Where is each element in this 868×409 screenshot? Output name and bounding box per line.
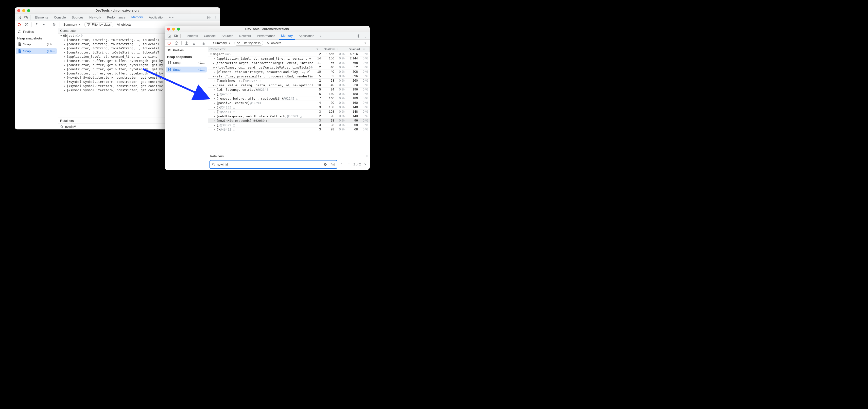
table-row[interactable]: ▼Object×45 2 1 556 0 % 6 616 0 %	[208, 52, 370, 56]
sidebar-item-snapshot[interactable]: Snap… (1.…	[166, 66, 207, 72]
chevron-down-icon[interactable]: ▼	[362, 40, 368, 46]
tab-network[interactable]: Network	[87, 14, 104, 21]
filter-chip[interactable]: Filter by class	[84, 22, 113, 27]
tab-performance[interactable]: Performance	[254, 32, 278, 40]
search-icon	[212, 163, 215, 166]
sidebar-item-snapshot[interactable]: Snap… (1.…	[166, 60, 207, 65]
cell-rp: 0 %	[359, 110, 370, 114]
object-count: ×140	[75, 34, 83, 37]
cell-dist: 7	[314, 96, 322, 100]
close-search-icon[interactable]: ✕	[362, 162, 368, 167]
column-header-distance[interactable]: Di…	[314, 47, 322, 52]
kebab-icon[interactable]: ⋮	[213, 14, 219, 21]
maximize-icon[interactable]	[27, 9, 30, 12]
titlebar: DevTools - chrome://version/	[15, 7, 220, 14]
next-match-icon[interactable]: ˅	[346, 162, 352, 167]
sidebar-item-size: (1.6…	[47, 42, 55, 46]
table-row[interactable]: ▶{loadTimes, csi, send, getVariableValue…	[208, 65, 370, 70]
close-icon[interactable]	[17, 9, 20, 12]
record-button[interactable]	[16, 22, 22, 28]
tab-console[interactable]: Console	[202, 32, 218, 40]
upload-icon[interactable]	[184, 40, 189, 46]
profiles-header[interactable]: Profiles	[15, 28, 58, 35]
tab-memory[interactable]: Memory	[279, 32, 295, 40]
row-text: {constructor, toString, toDateString, …,…	[66, 46, 159, 50]
minimize-icon[interactable]	[172, 28, 175, 31]
table-row[interactable]: ▶{nowInMicroseconds} @62039 ▢3280 %960 %	[208, 119, 370, 123]
view-dropdown[interactable]: Summary▼	[211, 41, 232, 46]
main-panel: Constructor Di… Shallow Si… Retained…▼ ▼…	[208, 47, 370, 170]
table-row[interactable]: ▶{loadTimes, csi} @49707 ▢2280 %2600 %	[208, 79, 370, 83]
grip-icon[interactable]: ≡	[366, 154, 368, 158]
inspect-icon[interactable]	[16, 14, 22, 21]
overflow-icon[interactable]: »	[168, 14, 174, 21]
gear-icon[interactable]	[355, 33, 361, 39]
profiles-header[interactable]: Profiles	[165, 47, 208, 54]
table-row[interactable]: ▶{remove, before, after, replaceWith} @6…	[208, 96, 370, 101]
table-row[interactable]: ▶{} @46455 ▢3280 %680 %	[208, 127, 370, 132]
match-case-toggle[interactable]: Aa	[330, 163, 335, 166]
table-row[interactable]: ▶{} @38399 ▢3280 %680 %	[208, 123, 370, 127]
minimize-icon[interactable]	[22, 9, 25, 12]
tab-performance[interactable]: Performance	[104, 14, 128, 21]
table-row[interactable]: ▶{} @34253 ▢31080 %1480 %	[208, 105, 370, 110]
table-row[interactable]: ▶{} @4266351400 %1800 %	[208, 92, 370, 96]
table-row[interactable]: ▶{webUIResponse, webUIListenerCallback} …	[208, 114, 370, 119]
gc-icon[interactable]	[201, 40, 207, 46]
clear-search-icon[interactable]	[322, 162, 328, 167]
panel-tabs: Elements Console Sources Network Perform…	[15, 14, 220, 21]
inspect-icon[interactable]	[166, 33, 172, 39]
table-row[interactable]: ▶{id, latency, entries} @623455240 %1960…	[208, 88, 370, 92]
tab-application[interactable]: Application	[296, 32, 317, 40]
filter-chip[interactable]: Filter by class	[234, 41, 263, 46]
gc-icon[interactable]	[51, 22, 57, 28]
column-header-shallow[interactable]: Shallow Si…	[322, 47, 346, 52]
gear-icon[interactable]	[206, 14, 212, 21]
column-header-constructor[interactable]: Constructor	[208, 47, 314, 52]
maximize-icon[interactable]	[177, 28, 180, 31]
cell-sp: 0 %	[336, 101, 346, 105]
tab-console[interactable]: Console	[52, 14, 68, 21]
sidebar-item-snapshot[interactable]: Snap… (1.6…	[16, 48, 57, 54]
kebab-icon[interactable]: ⋮	[362, 33, 368, 39]
tab-elements[interactable]: Elements	[32, 14, 51, 21]
table-row[interactable]: ▶{interactionTarget, interactionTargetEl…	[208, 61, 370, 65]
overflow-icon[interactable]: »	[318, 33, 323, 39]
sidebar-item-snapshot[interactable]: Snap… (1.6…	[16, 41, 57, 47]
tab-memory[interactable]: Memory	[129, 14, 146, 21]
objects-dropdown[interactable]: All objects	[265, 41, 283, 46]
tab-sources[interactable]: Sources	[219, 32, 236, 40]
cell-dist: 10	[314, 70, 322, 74]
table-row[interactable]: ▶{startTime, processingStart, processing…	[208, 74, 370, 79]
table-row[interactable]: ▶{element, timeToFirstByte, resourceLoad…	[208, 70, 370, 74]
panel-tabs: Elements Console Sources Network Perform…	[165, 32, 370, 40]
tab-sources[interactable]: Sources	[69, 14, 86, 21]
view-dropdown[interactable]: Summary▼	[61, 22, 83, 27]
device-icon[interactable]	[173, 33, 179, 39]
cell-rp: 0 %	[359, 114, 370, 118]
clear-icon[interactable]	[174, 40, 179, 46]
retained: 6 616	[346, 52, 359, 56]
tab-network[interactable]: Network	[237, 32, 254, 40]
prev-match-icon[interactable]: ˄	[339, 162, 345, 167]
download-icon[interactable]	[191, 40, 197, 46]
objects-dropdown[interactable]: All objects	[115, 22, 133, 27]
search-input[interactable]	[217, 163, 321, 167]
row-tail: @	[311, 65, 312, 69]
column-header-retained[interactable]: Retained…▼	[346, 47, 370, 52]
table-row[interactable]: ▶{passive, capture} @622934200 %1600 %	[208, 101, 370, 105]
upload-icon[interactable]	[34, 22, 40, 28]
retainers-header[interactable]: Retainers≡	[208, 153, 370, 159]
clear-icon[interactable]	[24, 22, 30, 28]
table-row[interactable]: ▶{application_label, cl, command_line, ……	[208, 56, 370, 61]
close-icon[interactable]	[167, 28, 170, 31]
device-icon[interactable]	[23, 14, 29, 21]
record-button[interactable]	[166, 40, 172, 46]
tab-application[interactable]: Application	[146, 14, 167, 21]
cell-retained: 2 144	[346, 56, 359, 61]
table-row[interactable]: ▶{name, value, rating, delta, entries, i…	[208, 83, 370, 88]
svg-rect-11	[175, 35, 177, 36]
tab-elements[interactable]: Elements	[182, 32, 200, 40]
download-icon[interactable]	[41, 22, 47, 28]
table-row[interactable]: ▶{} @53541 ▢31080 %1480 %	[208, 110, 370, 114]
